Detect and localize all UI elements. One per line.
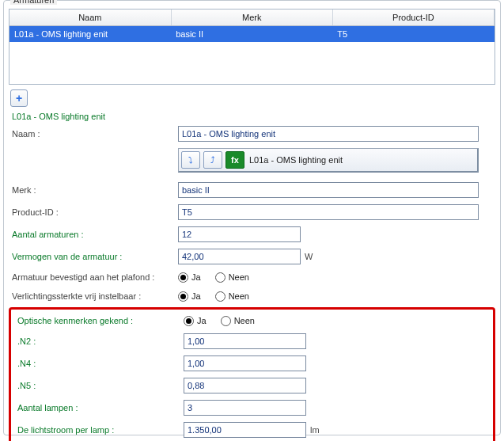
- input-product-id[interactable]: [178, 204, 479, 220]
- label-aantal-lampen: Aantal lampen :: [17, 403, 184, 412]
- toolbar-text: L01a - OMS lighting enit: [248, 155, 343, 165]
- input-n4[interactable]: [184, 355, 306, 371]
- label-instelbaar: Verlichtingssterkte vrij instelbaar :: [12, 291, 178, 301]
- radio-optische-neen[interactable]: [221, 316, 231, 326]
- label-optische: Optische kenmerken gekend :: [17, 316, 184, 325]
- unit-w: W: [305, 252, 313, 261]
- radio-bevestigd-ja[interactable]: [178, 272, 188, 283]
- col-merk[interactable]: Merk: [171, 10, 332, 26]
- col-naam[interactable]: Naam: [9, 10, 171, 26]
- add-button[interactable]: +: [10, 89, 28, 107]
- table-row[interactable]: L01a - OMS lighting enit basic II T5: [9, 26, 495, 43]
- radio-optische-ja-label: Ja: [197, 316, 207, 325]
- radio-instelbaar-ja[interactable]: [178, 291, 188, 302]
- group-title: Armaturen: [10, 0, 57, 5]
- label-aantal-armaturen: Aantal armaturen :: [12, 230, 178, 239]
- radio-optische-ja[interactable]: [184, 316, 194, 326]
- radio-instelbaar-neen[interactable]: [215, 291, 225, 302]
- export-icon: ⤴: [210, 155, 215, 165]
- toolbar-calc-button[interactable]: fx: [225, 151, 244, 169]
- cell-merk: basic II: [171, 26, 332, 43]
- input-merk[interactable]: [178, 182, 479, 198]
- radio-bevestigd-neen[interactable]: [215, 272, 225, 283]
- armaturen-table: Naam Merk Product-ID L01a - OMS lighting…: [9, 9, 495, 85]
- label-n5: .N5 :: [17, 381, 184, 390]
- import-icon: ⤵: [188, 155, 193, 165]
- label-lichtstroom: De lichtstroom per lamp :: [17, 425, 184, 435]
- label-vermogen: Vermogen van de armatuur :: [12, 252, 178, 261]
- plus-icon: +: [16, 93, 22, 104]
- radio-instelbaar-neen-label: Neen: [229, 291, 249, 301]
- radio-bevestigd-ja-label: Ja: [191, 272, 201, 282]
- input-lichtstroom[interactable]: [184, 422, 306, 438]
- label-bevestigd: Armatuur bevestigd aan het plafond :: [12, 272, 178, 282]
- input-aantal-armaturen[interactable]: [178, 226, 301, 242]
- toolbar-import-button[interactable]: ⤵: [181, 151, 200, 169]
- col-pid[interactable]: Product-ID: [332, 10, 494, 26]
- radio-optische-neen-label: Neen: [234, 316, 255, 325]
- table-header-row: Naam Merk Product-ID: [9, 10, 495, 26]
- label-n4: .N4 :: [17, 359, 184, 368]
- radio-bevestigd-neen-label: Neen: [229, 272, 249, 282]
- cell-pid: T5: [332, 26, 494, 43]
- highlighted-section: Optische kenmerken gekend : Ja Neen .N2 …: [9, 307, 495, 441]
- calc-icon: fx: [231, 155, 239, 165]
- cell-naam: L01a - OMS lighting enit: [9, 26, 171, 43]
- label-merk: Merk :: [12, 185, 178, 195]
- input-n5[interactable]: [184, 378, 306, 393]
- radio-instelbaar-ja-label: Ja: [191, 291, 201, 301]
- toolbar-export-button[interactable]: ⤴: [203, 151, 222, 169]
- input-aantal-lampen[interactable]: [184, 400, 306, 416]
- section-title: L01a - OMS lighting enit: [4, 108, 500, 123]
- unit-lm: lm: [310, 425, 320, 435]
- input-naam[interactable]: [178, 126, 479, 142]
- input-vermogen[interactable]: [178, 249, 301, 264]
- input-n2[interactable]: [184, 333, 306, 349]
- label-naam: Naam :: [12, 129, 178, 139]
- label-product-id: Product-ID :: [12, 207, 178, 217]
- label-n2: .N2 :: [17, 336, 184, 346]
- naam-toolbar: ⤵ ⤴ fx L01a - OMS lighting enit: [178, 148, 479, 173]
